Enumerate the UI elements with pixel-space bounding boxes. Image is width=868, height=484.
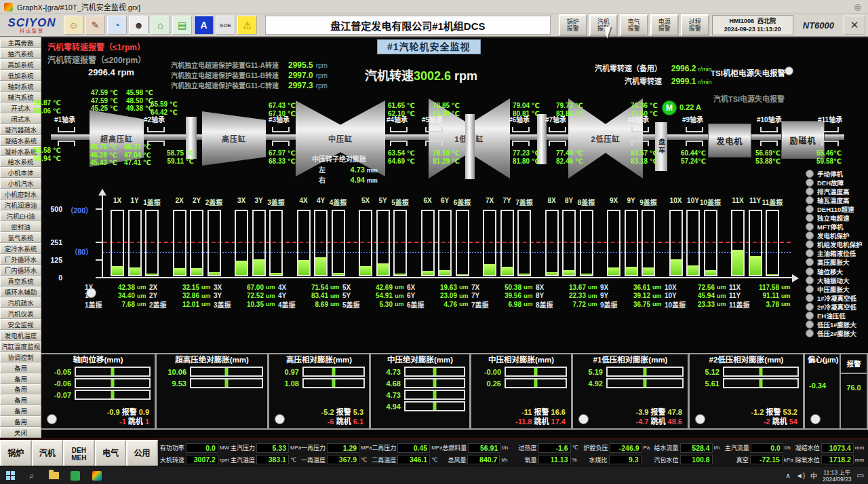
sidebar-item-3[interactable]: 低加系统 bbox=[0, 70, 41, 81]
sidebar-item-19[interactable]: 定冷水系统 bbox=[0, 243, 41, 254]
panel-1: 超高压绝对膨胀(mm)10.069.53 bbox=[156, 353, 269, 430]
sidebar-item-12[interactable]: 小机本体 bbox=[0, 167, 41, 178]
sidebar-item-36[interactable]: 关闭 bbox=[0, 427, 41, 438]
trip-indicator-icon bbox=[806, 205, 814, 213]
bar-4盖振 bbox=[332, 210, 345, 276]
operators-icon[interactable]: ☺ bbox=[64, 16, 83, 35]
vibration-values-group-6: 6X19.63um6Y23.09um6盖振4.76um bbox=[407, 283, 472, 309]
vibration-value-row: 3X67.00um bbox=[214, 283, 279, 292]
close-button[interactable]: ✕ bbox=[844, 16, 865, 35]
panel-indicator bbox=[578, 414, 589, 424]
temp-group-16: 78.10 ℃81.29 ℃ bbox=[433, 149, 460, 165]
sidebar-item-29[interactable]: 协调控制 bbox=[0, 352, 41, 362]
vibration-value-row: 2X32.15um bbox=[149, 283, 214, 292]
volume-icon[interactable]: ◄) bbox=[796, 472, 805, 479]
sidebar-item-22[interactable]: 真空系统 bbox=[0, 276, 41, 286]
alarm-bell-icon[interactable]: ⚠ bbox=[237, 16, 257, 35]
bar-4X bbox=[297, 210, 311, 276]
sidebar-item-21[interactable]: 厂内循环水 bbox=[0, 265, 41, 276]
gauge-row: -0.05 bbox=[41, 366, 155, 377]
sidebar-item-18[interactable]: 氢气系统 bbox=[0, 232, 41, 243]
alarm-button-1[interactable]: 汽机报警 bbox=[589, 14, 618, 36]
bar-9Y bbox=[625, 210, 638, 276]
bar-2X bbox=[173, 210, 186, 276]
trend-clock-icon[interactable]: ◔ bbox=[107, 16, 127, 35]
cards-icon[interactable]: ▤ bbox=[172, 16, 192, 35]
sidebar-item-8[interactable]: 凝汽器疏水 bbox=[0, 124, 41, 135]
bar-label-10X: 10X bbox=[670, 197, 682, 204]
sidebar-item-20[interactable]: 厂外循环水 bbox=[0, 254, 41, 265]
sidebar-item-7[interactable]: 闭式水 bbox=[0, 113, 41, 124]
trip-item-7: 发电机保护 bbox=[806, 231, 868, 240]
alarm-button-2[interactable]: 电气报警 bbox=[620, 14, 648, 36]
bar-fill bbox=[519, 274, 530, 275]
sidebar-item-16[interactable]: 汽机EH油 bbox=[0, 210, 41, 221]
sidebar-item-24[interactable]: 汽机疏水 bbox=[0, 297, 41, 308]
coupling-1 bbox=[465, 114, 475, 179]
bar-fill bbox=[422, 271, 433, 275]
trip-indicator-icon bbox=[806, 329, 814, 337]
bar-label-4X: 4X bbox=[299, 197, 307, 204]
sidebar-item-17[interactable]: 密封油 bbox=[0, 221, 41, 232]
nav-button-2[interactable]: DEHMEH bbox=[63, 440, 95, 468]
nav-button-3[interactable]: 电气 bbox=[95, 440, 127, 468]
sidebar-item-13[interactable]: 小机汽水 bbox=[0, 178, 41, 189]
monitor-icon[interactable]: ⌂ bbox=[151, 16, 170, 35]
file-explorer-icon[interactable] bbox=[43, 467, 64, 484]
sidebar-item-4[interactable]: 轴封系统 bbox=[0, 81, 41, 92]
sidebar-item-23[interactable]: 循环水辅助 bbox=[0, 286, 41, 297]
bar-10Y bbox=[686, 210, 700, 276]
start-button[interactable] bbox=[0, 467, 20, 484]
sidebar-item-32[interactable]: 备用 bbox=[0, 384, 41, 395]
temp-group-1: 47.59 ℃47.59 ℃45.25 ℃ bbox=[91, 89, 118, 113]
taskbar-clock[interactable]: 11:13 上午 2024/09/23 bbox=[823, 469, 852, 483]
ime-indicator[interactable]: 中 bbox=[810, 470, 817, 481]
bar-fill bbox=[174, 268, 185, 275]
printer-icon[interactable]: ✎ bbox=[85, 16, 105, 35]
sidebar-item-30[interactable]: 备用 bbox=[0, 362, 41, 373]
bar-fill bbox=[271, 273, 281, 275]
trip-item-13: 中压膨胀大 bbox=[806, 284, 868, 293]
alarm-button-0[interactable]: 锅炉报警 bbox=[559, 14, 587, 36]
temp-group-11: 45.76 ℃46.28 ℃45.43 ℃ bbox=[90, 143, 117, 167]
sidebar-item-35[interactable]: 备用 bbox=[0, 416, 41, 427]
bar-4Y bbox=[314, 210, 328, 276]
bar-label-7X: 7X bbox=[486, 197, 494, 204]
sidebar-item-0[interactable]: 主再旁路 bbox=[0, 37, 41, 48]
bearing-bracket-top-10 bbox=[760, 127, 778, 132]
graphx-taskbar-icon[interactable] bbox=[65, 467, 85, 484]
nav-button-1[interactable]: 汽机 bbox=[32, 440, 64, 468]
alarm-button-4[interactable]: 过程报警 bbox=[681, 14, 709, 36]
sidebar-item-27[interactable]: 发电机温度 bbox=[0, 330, 41, 341]
zero-speed-row-1: 汽机零转速 2999.1r/min bbox=[589, 75, 711, 87]
sidebar-item-26[interactable]: 安全监视 bbox=[0, 319, 41, 330]
bearing-bracket-top-4 bbox=[390, 127, 408, 132]
sidebar-item-2[interactable]: 高加系统 bbox=[0, 59, 41, 70]
search-icon[interactable]: ⌕ bbox=[22, 467, 42, 484]
status-cell: 主汽流量0.0t/h bbox=[725, 443, 795, 453]
sidebar-item-31[interactable]: 备用 bbox=[0, 373, 41, 384]
gauge-bar bbox=[404, 390, 465, 400]
vibration-value-row: 6X19.63um bbox=[407, 283, 472, 292]
titlebar-settings-icon[interactable]: ◎ bbox=[854, 2, 861, 12]
sidebar-item-1[interactable]: 抽汽系统 bbox=[0, 48, 41, 59]
sidebar-item-14[interactable]: 小机密封水 bbox=[0, 189, 41, 200]
sidebar-item-33[interactable]: 备用 bbox=[0, 394, 41, 405]
sidebar-item-15[interactable]: 汽机润滑油 bbox=[0, 200, 41, 210]
nav-button-0[interactable]: 锅炉 bbox=[0, 440, 32, 468]
sidebar-item-25[interactable]: 汽机仪表 bbox=[0, 308, 41, 319]
toolbar: SCIYON 科远智慧 ☺✎◔☻⌂▤ASOE⚠ 盘江普定发电有限公司#1机组DC… bbox=[0, 14, 868, 37]
app-taskbar-icon[interactable] bbox=[87, 467, 107, 484]
notification-icon[interactable]: ▭ bbox=[857, 471, 864, 480]
soe-icon[interactable]: SOE bbox=[216, 16, 235, 35]
alarm-button-3[interactable]: 电源报警 bbox=[650, 14, 679, 36]
font-A-icon[interactable]: A bbox=[194, 16, 214, 35]
panda-icon[interactable]: ☻ bbox=[129, 16, 149, 35]
sidebar-item-28[interactable]: 汽缸温度监视 bbox=[0, 341, 41, 352]
nav-button-4[interactable]: 公用 bbox=[126, 440, 158, 468]
gauge-row: 5.61 bbox=[690, 377, 803, 389]
sidebar-item-34[interactable]: 备用 bbox=[0, 405, 41, 416]
gauge-row: 9.53 bbox=[157, 377, 267, 389]
tray-chevron-icon[interactable]: ∧ bbox=[785, 472, 790, 479]
sidebar-item-9[interactable]: 凝结水系统 bbox=[0, 135, 41, 146]
